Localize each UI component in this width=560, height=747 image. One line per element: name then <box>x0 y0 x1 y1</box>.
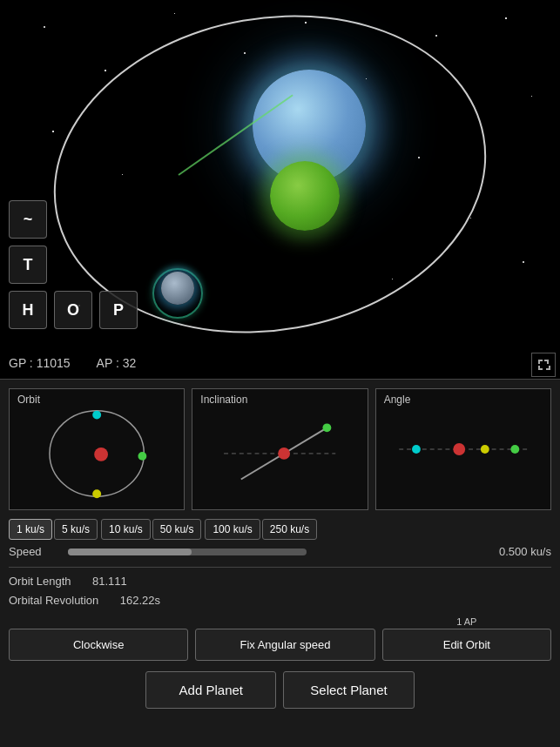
orbit-diagram-svg <box>10 389 184 509</box>
svg-point-10 <box>412 445 421 454</box>
tilde-button[interactable]: ~ <box>9 200 47 239</box>
svg-point-12 <box>481 445 489 454</box>
speed-group-3: 100 ku/s 250 ku/s <box>205 519 317 540</box>
gp-text: GP : 11015 <box>9 356 71 370</box>
star <box>105 70 106 71</box>
toolbar: ~ T H O P <box>9 200 138 329</box>
bottom-buttons-row: Add Planet Select Planet <box>9 671 551 709</box>
orbit-length-row: Orbit Length 81.111 <box>9 573 551 589</box>
angle-diagram-svg <box>376 389 550 509</box>
ap-badge: 1 AP <box>456 616 476 627</box>
p-button[interactable]: P <box>99 291 138 329</box>
star <box>122 174 123 175</box>
diagrams-row: Orbit Inclination <box>9 388 551 510</box>
svg-point-2 <box>92 411 101 420</box>
separator-1 <box>9 567 551 568</box>
speed-label: Speed <box>9 545 61 558</box>
planet-green <box>270 161 340 231</box>
edit-orbit-button[interactable]: Edit Orbit <box>382 629 551 661</box>
star <box>366 78 367 79</box>
angle-diagram-box: Angle <box>375 388 551 510</box>
orbit-diagram-box: Orbit <box>9 388 185 510</box>
orbital-revolution-row: Orbital Revolution 162.22s <box>9 592 551 608</box>
orbit-length-label: Orbit Length <box>9 575 71 588</box>
svg-point-4 <box>92 489 101 498</box>
star <box>174 13 175 14</box>
star <box>470 218 471 219</box>
edit-orbit-container: 1 AP Edit Orbit <box>382 616 551 661</box>
t-button[interactable]: T <box>9 246 47 284</box>
star <box>418 157 420 158</box>
orbital-revolution-value: 162.22s <box>120 594 160 607</box>
planet-small <box>161 272 194 305</box>
speed-5ku-button[interactable]: 5 ku/s <box>54 519 98 540</box>
speed-10ku-button[interactable]: 10 ku/s <box>101 519 151 540</box>
speed-row: Speed 0.500 ku/s <box>9 545 551 558</box>
speed-group-2: 10 ku/s 50 ku/s <box>101 519 201 540</box>
bottom-panel: Orbit Inclination <box>0 379 560 747</box>
star <box>44 26 45 28</box>
add-planet-button[interactable]: Add Planet <box>145 671 276 709</box>
svg-point-1 <box>94 448 108 461</box>
speed-buttons-row: 1 ku/s 5 ku/s 10 ku/s 50 ku/s 100 ku/s 2… <box>9 519 551 540</box>
star <box>244 52 246 54</box>
svg-point-3 <box>138 452 146 461</box>
star <box>305 22 307 24</box>
orbital-revolution-label: Orbital Revolution <box>9 594 98 607</box>
star <box>523 261 524 263</box>
star <box>531 96 532 97</box>
o-button[interactable]: O <box>54 291 92 329</box>
select-planet-button[interactable]: Select Planet <box>283 671 414 709</box>
orbit-length-value: 81.111 <box>92 575 127 588</box>
speed-250ku-button[interactable]: 250 ku/s <box>262 519 317 540</box>
speed-value: 0.500 ku/s <box>314 545 552 558</box>
clockwise-button[interactable]: Clockwise <box>9 629 188 661</box>
speed-group-1: 1 ku/s 5 ku/s <box>9 519 98 540</box>
svg-point-8 <box>323 423 332 432</box>
fix-angular-button[interactable]: Fix Angular speed <box>195 629 374 661</box>
h-button[interactable]: H <box>9 291 47 329</box>
speed-slider-fill <box>68 548 192 555</box>
svg-point-11 <box>453 443 465 455</box>
svg-point-7 <box>279 448 291 460</box>
expand-button[interactable] <box>531 353 556 377</box>
speed-50ku-button[interactable]: 50 ku/s <box>152 519 202 540</box>
star <box>52 131 54 132</box>
gp-ap-bar: GP : 11015 AP : 32 <box>0 353 540 374</box>
ap-text: AP : 32 <box>97 356 137 370</box>
star <box>435 35 437 37</box>
speed-1ku-button[interactable]: 1 ku/s <box>9 519 52 540</box>
star <box>392 279 393 279</box>
speed-slider[interactable] <box>68 548 307 555</box>
inclination-diagram-box: Inclination <box>192 388 368 510</box>
star <box>505 17 507 19</box>
svg-point-13 <box>510 445 519 454</box>
inclination-diagram-svg <box>192 389 367 509</box>
speed-100ku-button[interactable]: 100 ku/s <box>205 519 260 540</box>
action-buttons-row: Clockwise Fix Angular speed 1 AP Edit Or… <box>9 616 551 661</box>
